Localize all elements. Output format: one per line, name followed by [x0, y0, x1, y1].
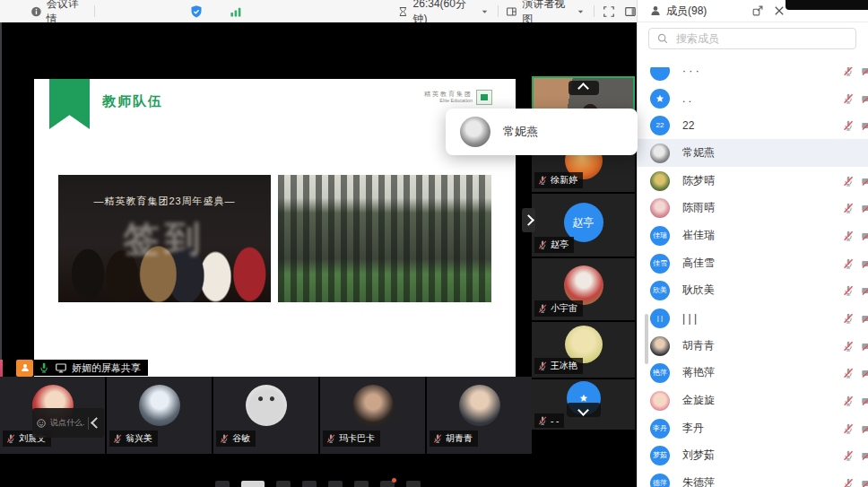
members-panel-title: 成员(98) — [666, 4, 707, 19]
member-row[interactable]: 胡青青 — [638, 332, 868, 360]
camera-muted-icon[interactable] — [861, 395, 868, 407]
sharer-avatar-button[interactable] — [16, 360, 33, 377]
dock-app-icon[interactable] — [406, 481, 421, 487]
members-panel: · · · . . 22 22 常妮燕 — [637, 22, 868, 487]
expand-strip-button[interactable] — [522, 208, 535, 232]
camera-muted-icon[interactable] — [861, 422, 868, 435]
camera-muted-icon[interactable] — [861, 367, 868, 379]
camera-muted-icon[interactable] — [861, 284, 868, 297]
camera-muted-icon[interactable] — [861, 230, 868, 242]
dock-app-icon[interactable] — [354, 481, 369, 487]
mic-muted-icon[interactable] — [842, 92, 855, 105]
mic-muted-icon[interactable] — [842, 449, 855, 462]
member-row[interactable]: 佳瑞 崔佳瑞 — [638, 222, 868, 249]
camera-muted-icon[interactable] — [861, 477, 868, 487]
mic-muted-icon[interactable] — [842, 202, 855, 214]
member-status-icons — [842, 257, 868, 270]
participant-name: 胡青青 — [446, 432, 473, 445]
member-row[interactable]: 陈梦晴 — [638, 167, 868, 195]
mic-muted-icon[interactable] — [842, 422, 855, 435]
video-tile[interactable]: 胡青青 — [427, 377, 532, 454]
video-tile[interactable]: 小宇宙 — [532, 258, 635, 320]
slide-logo: 精英教育集团 Elite Education — [424, 90, 492, 105]
screen-share-status-bar: 娇媚的屏幕共享 — [16, 360, 148, 376]
member-row-highlighted[interactable]: 常妮燕 — [638, 139, 868, 167]
fullscreen-button[interactable] — [603, 5, 615, 18]
avatar: 欣美 — [650, 281, 670, 300]
dock-app-icon[interactable] — [241, 481, 265, 487]
camera-muted-icon[interactable] — [861, 119, 868, 132]
scrollbar[interactable] — [645, 314, 648, 364]
avatar: 艳萍 — [650, 363, 670, 383]
member-name: 胡青青 — [682, 338, 715, 353]
dock-app-icon[interactable] — [302, 481, 317, 487]
smiley-icon[interactable] — [36, 418, 47, 429]
camera-muted-icon[interactable] — [861, 449, 868, 462]
search-input[interactable] — [674, 31, 848, 46]
video-tile[interactable]: - - — [532, 379, 635, 430]
video-tile[interactable]: 玛卡巴卡 — [320, 377, 425, 454]
network-indicator[interactable] — [229, 4, 243, 19]
chat-placeholder[interactable]: 说点什么... — [50, 417, 84, 429]
popout-icon[interactable] — [751, 4, 764, 17]
member-row[interactable]: 梦茹 刘梦茹 — [638, 441, 868, 469]
search-box[interactable] — [648, 28, 856, 49]
member-row[interactable]: 佳雪 高佳雪 — [638, 249, 868, 277]
fullscreen-icon — [603, 5, 615, 18]
camera-muted-icon[interactable] — [861, 175, 868, 187]
side-panel-button[interactable] — [624, 5, 637, 18]
quick-chat-bar[interactable]: 说点什么... — [32, 408, 104, 438]
member-row[interactable]: | | | | | — [638, 304, 868, 332]
member-name: . . — [682, 92, 691, 105]
collapse-down-button[interactable] — [567, 403, 601, 417]
participant-name: 徐新婷 — [551, 174, 577, 187]
chevron-left-icon[interactable] — [91, 417, 102, 429]
close-icon[interactable] — [773, 4, 786, 17]
avatar — [650, 171, 670, 191]
dock-app-icon[interactable] — [215, 481, 230, 487]
member-status-icons — [842, 202, 868, 214]
member-name: 陈梦晴 — [682, 173, 715, 188]
camera-muted-icon[interactable] — [861, 202, 868, 214]
mic-muted-icon — [537, 175, 548, 186]
mic-muted-icon[interactable] — [842, 257, 855, 270]
mic-muted-icon[interactable] — [842, 312, 855, 325]
camera-muted-icon[interactable] — [861, 257, 868, 270]
mic-muted-icon[interactable] — [842, 367, 855, 379]
member-row[interactable]: 22 22 — [638, 111, 868, 139]
camera-muted-icon[interactable] — [861, 312, 868, 325]
mic-muted-icon[interactable] — [842, 119, 855, 132]
mic-muted-icon[interactable] — [842, 175, 855, 187]
mic-muted-icon[interactable] — [842, 340, 855, 352]
camera-muted-icon[interactable] — [861, 340, 868, 352]
video-tile[interactable]: 王冰艳 — [532, 322, 635, 378]
search-area — [638, 22, 868, 67]
member-row[interactable]: 艳萍 蒋艳萍 — [638, 359, 868, 387]
video-tile[interactable]: 谷敏 — [213, 377, 318, 454]
member-row[interactable]: 陈雨晴 — [638, 194, 868, 222]
dock-app-icon[interactable] — [380, 481, 395, 487]
avatar — [650, 89, 670, 109]
logo-mark — [476, 90, 492, 105]
mic-muted-icon[interactable] — [842, 284, 855, 297]
mic-muted-icon[interactable] — [842, 477, 855, 487]
collapse-up-button[interactable] — [569, 81, 599, 95]
member-row[interactable]: 李丹 李丹 — [638, 414, 868, 442]
member-row[interactable]: 德萍 朱德萍 — [638, 469, 868, 487]
member-status-icons — [842, 395, 868, 407]
participant-name: 翁兴美 — [126, 432, 152, 445]
dock-app-icon[interactable] — [276, 481, 291, 487]
video-tile[interactable]: 翁兴美 — [107, 377, 212, 454]
monitor-icon — [55, 361, 67, 374]
video-tile[interactable]: 赵亭 赵亭 — [532, 194, 635, 257]
dock-app-icon[interactable] — [328, 481, 343, 487]
member-row[interactable]: . . — [638, 84, 868, 112]
mic-muted-icon[interactable] — [842, 395, 855, 407]
camera-muted-icon[interactable] — [861, 92, 868, 105]
photo-caption: —精英教育集团23周年盛典— — [58, 195, 271, 208]
member-row[interactable]: 金旋旋 — [638, 387, 868, 414]
security-indicator[interactable] — [189, 4, 204, 19]
member-name: 22 — [682, 119, 694, 132]
mic-muted-icon[interactable] — [842, 230, 855, 242]
member-row[interactable]: 欣美 耿欣美 — [638, 276, 868, 304]
